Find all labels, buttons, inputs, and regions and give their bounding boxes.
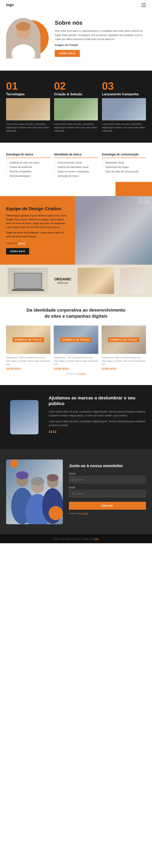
newsletter-inner: Junte-se à nossa newsletter Nome Email E… (6, 460, 146, 524)
identity-card-1-desc: Sample text. Click to select the text bo… (6, 356, 50, 366)
about-brand-content: Ajudamos as marcas a deslumbrar o seu pú… (49, 395, 146, 439)
newsletter-small-circle (10, 460, 18, 468)
brand-col-1-item-4: Direção estratégica (6, 174, 50, 178)
svg-point-2 (16, 22, 31, 31)
identity-card-1-link[interactable]: SAIBA MAIS (6, 367, 50, 370)
about-brand-image-wrap (6, 400, 43, 434)
step-1-number: 01 (6, 81, 50, 91)
step-3-image (102, 98, 146, 120)
brand-col-1-item-1: Auditoria de valor da marca (6, 160, 50, 165)
creative-desc-1: Pellentesque gravida ut proin tincidunt … (6, 214, 69, 229)
identity-image-link[interactable]: Freepik (78, 372, 86, 375)
brand-col-3-title: Estratégia de comunicação (102, 153, 146, 158)
brand-col-1-item-3: Revisão competitiva (6, 169, 50, 174)
identity-card-2-link[interactable]: SAIBA MAIS (54, 367, 98, 370)
hamburger-menu[interactable] (142, 3, 146, 7)
step-2-image (54, 98, 98, 120)
step-3-title: Lançamento Campanha (102, 92, 146, 96)
identity-card-3-desc: Sample text. Click to select the text bo… (102, 356, 146, 366)
laptop-icon (12, 271, 44, 291)
brand-col-1-title: Estratégia de marca (6, 153, 50, 158)
hero-image-wrap (6, 18, 47, 59)
step-1-image (6, 98, 50, 120)
newsletter-title: Junte-se à nossa newsletter (69, 464, 146, 468)
identity-section: Da identidade corporativa ao desenvolvim… (0, 297, 152, 385)
hero-title: Sobre nós (55, 20, 146, 26)
brand-col-3-item-3: Guia de estilo de comunicação (102, 169, 146, 174)
step-3-number: 03 (102, 81, 146, 91)
person-svg (6, 18, 41, 59)
brand-col-2-list: Posicionamento visual Sistema de identid… (54, 160, 98, 178)
hero-content: Sobre nós Duis aute irure dolor in repre… (55, 20, 146, 57)
product-banner: ORGANIC BREADS (0, 265, 152, 297)
identity-card-3-link[interactable]: SAIBA MAIS (102, 367, 146, 370)
spoon-image (120, 268, 145, 294)
identity-card-2-desc: Sample text. Click to select the text bo… (54, 356, 98, 366)
hero-image-credit: Imagem de Freepik (55, 43, 78, 46)
svg-point-16 (47, 474, 58, 482)
navbar: logo (0, 0, 152, 10)
identity-card-3: EXEMPLO DE TÍTULO Sample text. Click to … (102, 326, 146, 370)
hero-cta-button[interactable]: SAIBA MAIS (55, 50, 80, 57)
brand-col-1-list: Auditoria de valor da marca Análise de a… (6, 160, 50, 178)
about-brand-desc-2: Lorem ipsum dolor sit amet, consectetur … (49, 420, 146, 427)
name-label: Nome (69, 472, 146, 475)
step-2-number: 02 (54, 81, 98, 91)
name-input[interactable] (69, 476, 146, 484)
step-1-title: Tecnologias (6, 92, 50, 96)
about-brand-desc-1: Lorem ipsum dolor sit amet, consectetur … (49, 410, 146, 417)
creative-desc-2: Sagitt dui at leo vel vestibulum. Lorem … (6, 231, 69, 239)
identity-card-1: EXEMPLO DE TÍTULO Sample text. Click to … (6, 326, 50, 370)
creative-image-placeholder (75, 196, 152, 265)
identity-card-3-image: EXEMPLO DE TÍTULO (102, 326, 146, 354)
creative-title: Equipe de Design Criativo (6, 206, 69, 211)
creative-content: Equipe de Design Criativo Pellentesque g… (0, 196, 75, 265)
hero-portrait (6, 18, 41, 59)
step-3-desc: Lorem ipsum dolor sit amet, consectetur … (102, 122, 146, 132)
newsletter-persons (6, 460, 63, 524)
svg-rect-6 (15, 274, 41, 288)
about-brand-title: Ajudamos as marcas a deslumbrar o seu pú… (49, 395, 146, 407)
name-form-group: Nome (69, 472, 146, 484)
brand-col-2-item-3: Guias de ícones e ilustrações (54, 169, 98, 174)
product-laptop-image (8, 268, 48, 294)
email-form-group: Email (69, 486, 146, 497)
about-portrait (10, 400, 39, 434)
step-1: 01 Tecnologias Lorem ipsum dolor sit ame… (6, 81, 50, 132)
creative-image-link[interactable]: Freepik (18, 242, 25, 244)
creative-image-note: Imagem de Freepik (6, 242, 69, 244)
footer: Selby.io • All rights reserved • Made wi… (0, 534, 152, 543)
creative-cta-button[interactable]: SAIBA MAIS (6, 248, 29, 254)
step-3: 03 Lançamento Campanha Lorem ipsum dolor… (102, 81, 146, 132)
footer-link[interactable]: Selby (94, 537, 99, 540)
dots-decoration (138, 198, 150, 203)
step-2-desc: Lorem ipsum dolor sit amet, consectetur … (54, 122, 98, 132)
identity-card-2-image: EXEMPLO DE TÍTULO (54, 326, 98, 354)
footer-text: Selby.io • All rights reserved • Made wi… (6, 537, 146, 540)
hero-section: Sobre nós Duis aute irure dolor in repre… (0, 10, 152, 71)
quote-icon: ““ (49, 430, 146, 439)
brand-col-1: Estratégia de marca Auditoria de valor d… (6, 153, 50, 178)
brand-col-3: Estratégia de comunicação Identidade vir… (102, 153, 146, 178)
product-items-image (78, 268, 114, 294)
identity-cards: EXEMPLO DE TÍTULO Sample text. Click to … (6, 326, 146, 370)
newsletter-form: Junte-se à nossa newsletter Nome Email E… (69, 460, 146, 515)
product-brand-name: ORGANIC (54, 277, 72, 281)
brand-col-3-item-1: Identidade virtual (102, 160, 146, 165)
brand-strategy-section: Estratégia de marca Auditoria de valor d… (0, 143, 152, 188)
identity-card-2-label: EXEMPLO DE TÍTULO (60, 337, 92, 342)
newsletter-image-link[interactable]: Freepik (81, 512, 88, 515)
brand-col-3-list: Identidade virtual Exploração de origem … (102, 160, 146, 174)
step-2: 02 Criação & Seleção Lorem ipsum dolor s… (54, 81, 98, 132)
identity-card-1-label: EXEMPLO DE TÍTULO (12, 337, 44, 342)
steps-section: 01 Tecnologias Lorem ipsum dolor sit ame… (0, 71, 152, 143)
svg-rect-7 (12, 289, 44, 291)
brand-col-2: Identidade da marca Posicionamento visua… (54, 153, 98, 178)
email-input[interactable] (69, 490, 146, 497)
brand-col-1-item-2: Análise de audiência (6, 165, 50, 169)
submit-button[interactable]: ENVIAR (69, 502, 146, 510)
svg-point-13 (31, 477, 44, 486)
identity-card-2: EXEMPLO DE TÍTULO Sample text. Click to … (54, 326, 98, 370)
about-brand-section: Ajudamos as marcas a deslumbrar o seu pú… (0, 385, 152, 450)
orange-accent-rect (116, 182, 152, 196)
